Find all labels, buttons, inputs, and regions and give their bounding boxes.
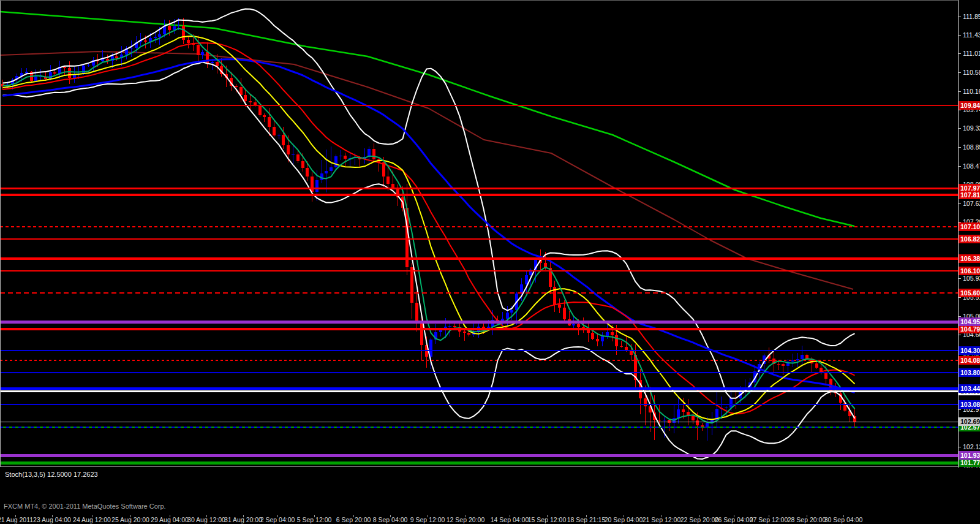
candle-bear	[273, 127, 276, 135]
time-axis-label: 25 Aug 20:00	[111, 516, 149, 523]
time-axis-label: 24 Aug 12:00	[73, 516, 111, 523]
time-axis-label: 9 Sep 12:00	[410, 516, 445, 523]
candle-bull	[429, 340, 432, 357]
candle-bull	[292, 154, 295, 155]
bollinger-upper	[3, 9, 855, 398]
time-axis-label: 2 Sep 04:00	[260, 516, 295, 523]
svg-text:106.380: 106.380	[960, 255, 980, 262]
candle-bear	[591, 333, 594, 339]
candle-bear	[144, 40, 147, 42]
candle-bull	[801, 355, 804, 359]
candle-bull	[525, 275, 528, 284]
candle-bull	[277, 135, 281, 135]
time-axis-label: 20 Sep 04:00	[605, 516, 643, 523]
candle-bear	[235, 86, 238, 87]
candle-bear	[268, 117, 271, 127]
time-axis-label: 18 Sep 21:15	[567, 516, 605, 523]
candle-bear	[805, 355, 809, 359]
candle-bull	[572, 324, 575, 325]
price-badge-104.300: 104.300	[959, 346, 980, 355]
candle-bull	[663, 420, 666, 420]
candle-bear	[615, 335, 618, 346]
price-badge-103.080: 103.080	[959, 400, 980, 409]
candle-bear	[296, 154, 300, 161]
svg-text:103.080: 103.080	[960, 401, 980, 408]
time-axis-label: 22 Sep 20:00	[680, 516, 718, 523]
svg-text:101.770: 101.770	[960, 459, 980, 466]
candle-bull	[706, 423, 709, 427]
candle-bear	[558, 305, 561, 307]
candle-bear	[391, 184, 394, 188]
candle-bear	[463, 332, 466, 332]
candle-bear	[620, 346, 623, 347]
price-badge-102.692: 102.692	[959, 417, 980, 426]
svg-text:104.950: 104.950	[960, 318, 980, 325]
candle-bear	[372, 149, 375, 159]
price-tick-label: 111.430	[963, 31, 980, 39]
candle-bear	[415, 303, 418, 321]
svg-text:105.600: 105.600	[960, 289, 980, 297]
hlines-layer	[0, 105, 958, 463]
time-axis-label: 8 Sep 04:00	[373, 516, 408, 523]
candle-bear	[287, 145, 290, 154]
copyright-label: FXCM MT4, © 2001-2011 MetaQuotes Softwar…	[4, 503, 166, 510]
candle-bull	[520, 284, 523, 294]
price-tick-label: 111.010	[963, 50, 980, 57]
main-chart[interactable]: 111.850111.430111.010110.580110.160109.7…	[0, 0, 980, 468]
mt4-chart-window: 111.850111.430111.010110.580110.160109.7…	[0, 0, 980, 524]
price-chart-svg: 111.850111.430111.010110.580110.160109.7…	[0, 0, 980, 468]
candle-bull	[130, 48, 133, 48]
price-badge-101.930: 101.930	[959, 451, 980, 460]
candle-bull	[334, 156, 337, 167]
candle-bear	[306, 168, 309, 177]
candle-bear	[692, 416, 695, 420]
price-badge-104.950: 104.950	[959, 317, 980, 326]
svg-text:104.790: 104.790	[960, 325, 980, 333]
candle-bull	[49, 72, 52, 80]
time-axis-label: 26 Sep 04:00	[715, 516, 753, 523]
candle-bear	[53, 72, 56, 74]
candle-bull	[158, 34, 161, 36]
time-axis-label: 30 Aug 12:00	[187, 516, 225, 523]
candles-layer	[1, 18, 856, 441]
price-badge-106.820: 106.820	[959, 235, 980, 243]
candle-bear	[824, 373, 827, 379]
candle-bear	[577, 324, 580, 327]
svg-text:107.100: 107.100	[960, 223, 980, 230]
candle-bull	[315, 180, 318, 191]
ma-blue	[3, 59, 855, 393]
price-tick-label: 110.160	[963, 88, 980, 95]
candle-bear	[467, 333, 470, 335]
candle-bear	[611, 332, 614, 335]
price-badge-101.770: 101.770	[959, 458, 980, 467]
bollinger-lower	[3, 62, 855, 459]
candle-bull	[448, 326, 451, 327]
price-tick-label: 110.580	[963, 69, 980, 76]
candle-bear	[410, 267, 413, 303]
ma-red	[3, 43, 855, 414]
price-badge-104.080: 104.080	[959, 356, 980, 365]
time-axis-label: 21 Sep 12:00	[643, 516, 680, 523]
candle-bear	[63, 67, 66, 68]
candle-bear	[216, 62, 219, 66]
candle-bull	[510, 310, 513, 312]
candle-bear	[168, 26, 171, 30]
time-axis-label: 6 Sep 20:00	[336, 516, 371, 523]
candle-bear	[258, 105, 262, 115]
candle-bear	[263, 115, 266, 117]
time-axis-label: 27 Sep 12:00	[750, 516, 788, 523]
price-badge-105.600: 105.600	[959, 289, 980, 297]
price-tick-label: 102.120	[963, 443, 980, 450]
svg-text:101.930: 101.930	[960, 452, 980, 459]
time-axis-label: 12 Sep 20:00	[447, 516, 484, 523]
candle-bear	[386, 177, 390, 184]
candle-bull	[154, 37, 157, 38]
svg-text:106.100: 106.100	[960, 267, 980, 275]
candle-bull	[677, 409, 680, 418]
candle-bear	[596, 339, 599, 341]
svg-text:109.840: 109.840	[960, 102, 980, 109]
time-axis-label: 21 Aug 2011	[0, 516, 33, 523]
time-axis: 21 Aug 201123 Aug 04:0024 Aug 12:0025 Au…	[0, 515, 980, 524]
price-badge-106.100: 106.100	[959, 267, 980, 275]
candle-bull	[25, 72, 28, 72]
